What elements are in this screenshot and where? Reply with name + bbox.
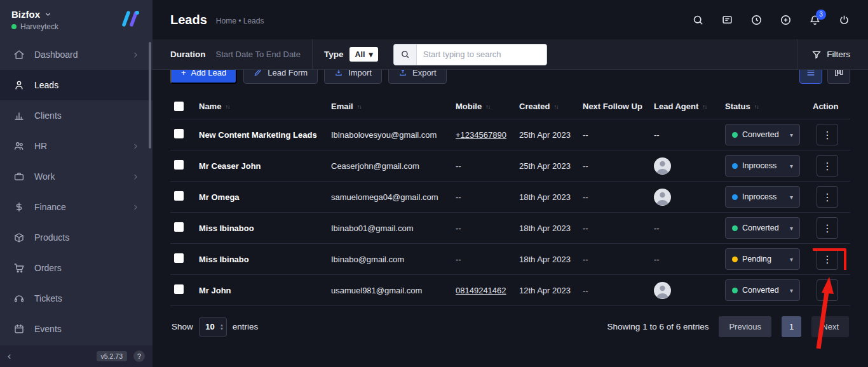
lead-agent [654, 189, 725, 206]
status-dropdown[interactable]: Converted▾ [725, 279, 800, 301]
date-range-input[interactable]: Start Date To End Date [216, 50, 301, 59]
lead-agent: -- [654, 255, 725, 264]
sidebar-item-label: Orders [34, 263, 62, 273]
status-dot [732, 288, 738, 293]
sidebar-item-events[interactable]: Events [0, 314, 153, 344]
column-header-name[interactable]: Name↑↓ [199, 102, 331, 111]
lead-agent-avatar[interactable] [654, 189, 671, 206]
row-checkbox[interactable] [174, 222, 184, 232]
type-select[interactable]: All ▾ [349, 47, 377, 62]
sidebar-item-leads[interactable]: Leads [0, 70, 153, 100]
sidebar-item-finance[interactable]: Finance [0, 192, 153, 222]
search-icon[interactable] [692, 14, 704, 26]
mobile-link[interactable]: 08149241462 [456, 286, 506, 295]
column-header-mobile[interactable]: Mobile↑↓ [456, 102, 519, 111]
row-actions-button[interactable]: ⋮ [817, 186, 838, 208]
page-1-button[interactable]: 1 [782, 316, 801, 337]
sidebar-item-work[interactable]: Work [0, 161, 153, 192]
column-header-created[interactable]: Created↑↓ [519, 102, 583, 111]
add-circle-icon[interactable] [780, 14, 792, 26]
sort-icon[interactable]: ↑↓ [485, 103, 490, 110]
sort-icon[interactable]: ↑↓ [225, 103, 229, 110]
lead-mobile: +1234567890 [456, 130, 519, 140]
search-box [393, 44, 547, 65]
pagination-summary: Showing 1 to 6 of 6 entries [607, 322, 709, 331]
row-actions-button[interactable]: ⋮ [817, 217, 838, 239]
column-header-email[interactable]: Email↑↓ [331, 102, 456, 111]
lead-agent-avatar[interactable] [654, 157, 671, 175]
status-dropdown[interactable]: Inprocess▾ [725, 186, 800, 208]
sidebar: Bizfox Harveyteck DashboardLeadsClie [0, 0, 153, 367]
sidebar-scrollbar[interactable] [149, 42, 151, 149]
row-actions-button[interactable]: ⋮ [817, 124, 838, 145]
sort-icon[interactable]: ↑↓ [702, 103, 707, 110]
row-checkbox[interactable] [174, 160, 184, 170]
mobile-link[interactable]: +1234567890 [456, 130, 506, 140]
sidebar-item-label: Products [34, 232, 69, 243]
tickets-icon [13, 293, 25, 304]
clients-icon [13, 110, 25, 121]
leads-icon [13, 79, 25, 91]
previous-page-button[interactable]: Previous [719, 316, 771, 337]
table-row: Miss IbinaboIbinabo@gmail.com--18th Apr … [170, 244, 850, 275]
row-actions-button[interactable]: ⋮ [817, 155, 838, 177]
sidebar-item-products[interactable]: Products [0, 222, 153, 253]
power-icon[interactable] [838, 14, 850, 26]
chevron-down-icon: ▾ [790, 194, 793, 201]
leads-table: Name↑↓Email↑↓Mobile↑↓Created↑↓Next Follo… [170, 94, 850, 306]
sort-icon[interactable]: ↑↓ [553, 103, 558, 110]
row-checkbox[interactable] [174, 129, 184, 138]
sidebar-item-dashboard[interactable]: Dashboard [0, 39, 153, 70]
stepper-arrows-icon[interactable]: ▴▾ [220, 323, 226, 331]
select-all-checkbox[interactable] [174, 102, 184, 111]
row-checkbox[interactable] [174, 284, 184, 294]
next-page-button[interactable]: Next [811, 316, 849, 337]
sidebar-item-hr[interactable]: HR [0, 131, 153, 161]
lead-status-cell: Converted▾ [725, 217, 813, 239]
search-icon[interactable] [394, 44, 417, 65]
online-status-dot [11, 24, 17, 29]
breadcrumb: Home • Leads [216, 17, 264, 25]
status-dropdown[interactable]: Converted▾ [725, 124, 800, 145]
funnel-icon [811, 50, 822, 60]
sidebar-item-orders[interactable]: Orders [0, 253, 153, 283]
lead-created: 18th Apr 2023 [519, 224, 583, 233]
search-input[interactable] [417, 44, 546, 65]
row-actions-button[interactable]: ⋮ [817, 248, 838, 270]
clock-icon[interactable] [750, 14, 763, 26]
row-actions-button[interactable]: ⋮ [817, 279, 838, 301]
lead-email: Ibinabolovesyou@gmail.com [331, 130, 456, 140]
sidebar-item-label: Leads [34, 80, 58, 90]
lead-agent-avatar[interactable] [654, 282, 671, 299]
status-dropdown[interactable]: Inprocess▾ [725, 155, 800, 177]
entries-per-page-stepper[interactable]: 10 ▴▾ [199, 317, 227, 337]
help-icon[interactable]: ? [133, 350, 145, 362]
status-dropdown[interactable]: Pending▾ [725, 248, 800, 270]
row-checkbox[interactable] [174, 253, 184, 263]
sidebar-item-label: HR [34, 141, 47, 151]
lead-email: usamuel981@gmail.com [331, 286, 456, 295]
collapse-sidebar-icon[interactable]: ‹ [8, 350, 11, 362]
action-cell: ⋮ [813, 279, 850, 301]
lead-name: Miss Ibinaboo [199, 224, 331, 233]
sort-icon[interactable]: ↑↓ [754, 103, 759, 110]
sidebar-item-label: Tickets [34, 293, 62, 304]
status-dropdown[interactable]: Converted▾ [725, 217, 800, 239]
chat-icon[interactable] [721, 14, 733, 26]
column-header-lead-agent[interactable]: Lead Agent↑↓ [654, 102, 725, 111]
status-dot [732, 132, 738, 138]
table-row: New Content Marketing LeadsIbinabolovesy… [170, 119, 850, 150]
lead-created: 18th Apr 2023 [519, 255, 583, 264]
sidebar-item-clients[interactable]: Clients [0, 100, 153, 131]
sidebar-item-tickets[interactable]: Tickets [0, 283, 153, 314]
column-header-status[interactable]: Status↑↓ [725, 102, 813, 111]
row-checkbox[interactable] [174, 191, 184, 201]
brand: Bizfox Harveyteck [0, 0, 153, 39]
sort-icon[interactable]: ↑↓ [357, 103, 362, 110]
entries-label: entries [233, 322, 259, 331]
account-status: Harveyteck [11, 22, 58, 31]
workspace-switcher[interactable]: Bizfox [11, 9, 58, 20]
notifications-bell-icon[interactable]: 3 [809, 14, 821, 26]
filters-button[interactable]: Filters [797, 39, 850, 69]
table-header: Name↑↓Email↑↓Mobile↑↓Created↑↓Next Follo… [170, 94, 850, 119]
